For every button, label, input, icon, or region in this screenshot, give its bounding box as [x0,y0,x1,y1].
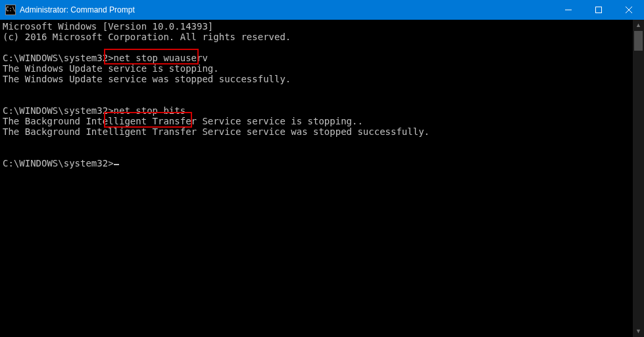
terminal-line: Microsoft Windows [Version 10.0.14393] [3,21,213,32]
terminal-output[interactable]: Microsoft Windows [Version 10.0.14393] (… [0,20,633,337]
terminal-line: (c) 2016 Microsoft Corporation. All righ… [3,32,291,42]
svg-rect-0 [596,7,602,13]
maximize-icon [595,7,602,13]
terminal-line: The Windows Update service was stopped s… [3,74,291,84]
title-bar[interactable]: C:\ Administrator: Command Prompt [0,0,644,20]
minimize-button[interactable] [553,0,583,20]
maximize-button[interactable] [583,0,614,20]
close-icon [626,7,632,13]
terminal-line: C:\WINDOWS\system32>net stop bits [3,105,186,116]
vertical-scrollbar[interactable]: ▲ ▼ [633,20,644,337]
terminal-line: C:\WINDOWS\system32> [3,158,114,168]
scroll-down-button[interactable]: ▼ [633,326,644,337]
window-title: Administrator: Command Prompt [20,5,135,14]
cmd-window: C:\ Administrator: Command Prompt Micros… [0,0,644,337]
terminal-line: The Windows Update service is stopping. [3,63,219,74]
client-area: Microsoft Windows [Version 10.0.14393] (… [0,20,644,337]
cmd-icon: C:\ [5,5,16,15]
terminal-line: The Background Intelligent Transfer Serv… [3,126,430,137]
minimize-icon [565,7,572,13]
terminal-line: C:\WINDOWS\system32>net stop wuauserv [3,53,208,63]
close-button[interactable] [614,0,644,20]
scrollbar-thumb[interactable] [634,31,643,51]
cursor [114,164,119,165]
scrollbar-track[interactable] [633,31,644,326]
scroll-up-button[interactable]: ▲ [633,20,644,31]
terminal-line: The Background Intelligent Transfer Serv… [3,116,363,126]
